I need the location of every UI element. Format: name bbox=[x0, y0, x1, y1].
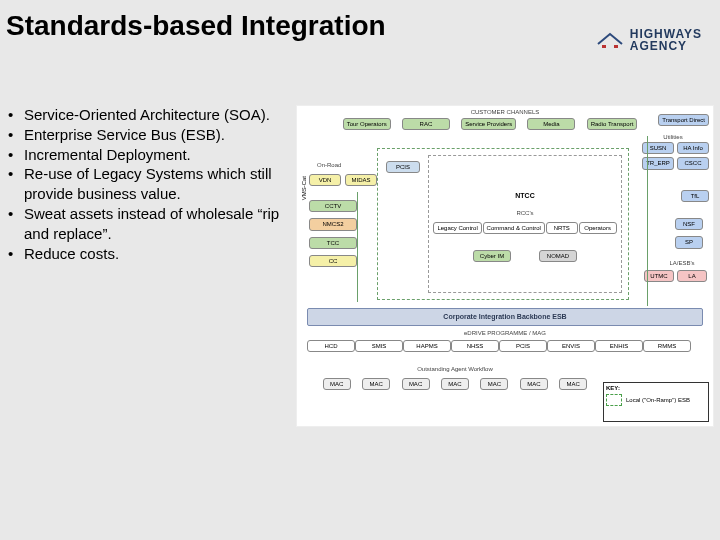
diagram-node: ENHIS bbox=[595, 340, 643, 352]
diagram-node: Command & Control bbox=[483, 222, 545, 234]
diagram-node: Legacy Control bbox=[433, 222, 481, 234]
list-item: Reduce costs. bbox=[6, 244, 296, 264]
diagram-node: SMIS bbox=[355, 340, 403, 352]
diagram-node: ENVIS bbox=[547, 340, 595, 352]
list-item: Sweat assets instead of wholesale “rip a… bbox=[6, 204, 296, 244]
diagram-node: NRTS bbox=[546, 222, 578, 234]
lowest-label: Outstanding Agent Workflow bbox=[297, 366, 613, 372]
diagram-node: MAC bbox=[402, 378, 430, 390]
diagram-node: VDN bbox=[309, 174, 341, 186]
diagram-node: PCIS bbox=[386, 161, 420, 173]
logo-line2: AGENCY bbox=[630, 39, 687, 53]
lower-header: eDRIVE PROGRAMME / MAG bbox=[297, 330, 713, 336]
diagram-node: Service Providers bbox=[461, 118, 516, 130]
diagram-node: NSF bbox=[675, 218, 703, 230]
agency-logo: HIGHWAYS AGENCY bbox=[596, 28, 702, 52]
diagram-node: Media bbox=[527, 118, 575, 130]
architecture-diagram: CUSTOMER CHANNELS Tour Operators RAC Ser… bbox=[296, 105, 714, 427]
key-title: KEY: bbox=[606, 385, 706, 391]
diagram-header: CUSTOMER CHANNELS bbox=[297, 109, 713, 115]
svg-rect-1 bbox=[614, 45, 618, 48]
diagram-node: NHSS bbox=[451, 340, 499, 352]
diagram-node: LA bbox=[677, 270, 707, 282]
diagram-node: HA Info bbox=[677, 142, 709, 154]
list-item: Re-use of Legacy Systems which still pro… bbox=[6, 164, 296, 204]
list-item: Enterprise Service Bus (ESB). bbox=[6, 125, 296, 145]
ntcc-group: PCIS NTCC RCC's Legacy Control Command &… bbox=[377, 148, 629, 300]
diagram-node: MAC bbox=[441, 378, 469, 390]
diagram-node: MAC bbox=[480, 378, 508, 390]
diagram-node: Tour Operators bbox=[343, 118, 391, 130]
diagram-node: RMMS bbox=[643, 340, 691, 352]
diagram-node: SP bbox=[675, 236, 703, 248]
diagram-node: RAC bbox=[402, 118, 450, 130]
diagram-node: Transport Direct bbox=[658, 114, 709, 126]
diagram-node: CSCC bbox=[677, 157, 709, 169]
dashed-box-icon bbox=[606, 394, 622, 406]
connector-line bbox=[357, 192, 358, 302]
diagram-node: Radio Transport bbox=[587, 118, 638, 130]
left-col-label: On-Road bbox=[317, 162, 341, 168]
diagram-node: HAPMS bbox=[403, 340, 451, 352]
diagram-key: KEY: Local ("On-Ramp") ESB bbox=[603, 382, 709, 422]
diagram-node: CC bbox=[309, 255, 357, 267]
ntcc-label: NTCC bbox=[429, 192, 621, 199]
esb-bar: Corporate Integration Backbone ESB bbox=[307, 308, 703, 326]
diagram-node: HCD bbox=[307, 340, 355, 352]
diagram-node: CCTV bbox=[309, 200, 357, 212]
diagram-node: TfL bbox=[681, 190, 709, 202]
diagram-label: Utilities bbox=[643, 134, 703, 140]
diagram-node: MAC bbox=[362, 378, 390, 390]
bullet-list: Service-Oriented Architecture (SOA). Ent… bbox=[6, 105, 296, 530]
diagram-node: NMCS2 bbox=[309, 218, 357, 230]
logo-icon bbox=[596, 30, 624, 50]
rcc-label: RCC's bbox=[429, 210, 621, 216]
diagram-node: NOMAD bbox=[539, 250, 577, 262]
rcc-group: NTCC RCC's Legacy Control Command & Cont… bbox=[428, 155, 622, 293]
key-item: Local ("On-Ramp") ESB bbox=[626, 397, 690, 403]
diagram-node: MIDAS bbox=[345, 174, 377, 186]
list-item: Service-Oriented Architecture (SOA). bbox=[6, 105, 296, 125]
slide-title: Standards-based Integration bbox=[6, 10, 386, 42]
diagram-node: UTMC bbox=[644, 270, 674, 282]
side-label: VMS-Cat bbox=[301, 176, 307, 200]
diagram-node: MAC bbox=[520, 378, 548, 390]
diagram-node: MAC bbox=[559, 378, 587, 390]
logo-text: HIGHWAYS AGENCY bbox=[630, 28, 702, 52]
list-item: Incremental Deployment. bbox=[6, 145, 296, 165]
connector-line bbox=[647, 136, 648, 306]
diagram-node: TCC bbox=[309, 237, 357, 249]
diagram-node: PCIS bbox=[499, 340, 547, 352]
diagram-node: Cyber IM bbox=[473, 250, 511, 262]
diagram-node: MAC bbox=[323, 378, 351, 390]
diagram-label: LA/ESB's bbox=[657, 260, 707, 266]
diagram-node: Operators bbox=[579, 222, 617, 234]
svg-rect-0 bbox=[602, 45, 606, 48]
